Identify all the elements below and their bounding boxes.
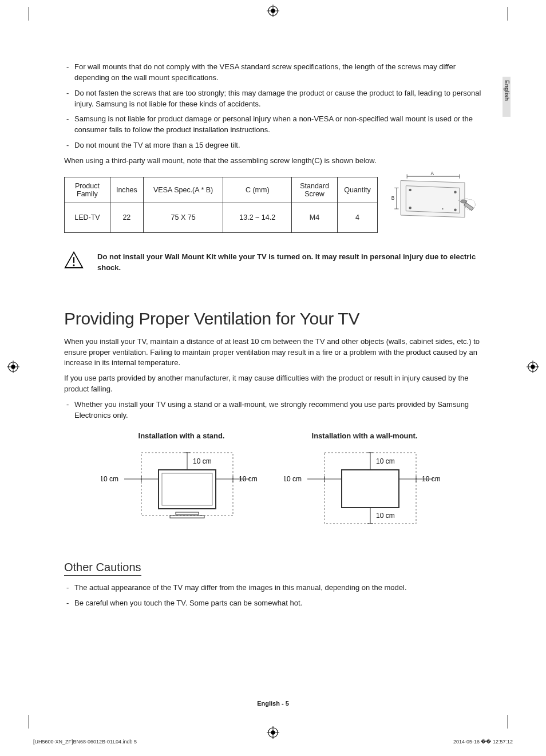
table-header: VESA Spec.(A * B) — [143, 177, 223, 203]
section-heading-other-cautions: Other Cautions — [64, 561, 141, 576]
list-item: For wall mounts that do not comply with … — [64, 62, 482, 84]
svg-point-25 — [454, 208, 457, 211]
cautions-list: The actual appearance of the TV may diff… — [64, 583, 482, 609]
intro-line: When using a third-party wall mount, not… — [64, 156, 482, 167]
svg-text:B: B — [391, 195, 395, 200]
table-header: C (mm) — [223, 177, 292, 203]
ventilation-paragraph-1: When you install your TV, maintain a dis… — [64, 337, 482, 369]
list-item: Do not fasten the screws that are too st… — [64, 88, 482, 110]
language-tab-label: English — [504, 80, 510, 101]
registration-mark-icon — [527, 361, 539, 373]
crop-mark — [23, 7, 29, 21]
table-header: Product Family — [65, 177, 110, 203]
list-item: Do not mount the TV at more than a 15 de… — [64, 140, 482, 151]
svg-point-37 — [73, 264, 74, 266]
vesa-diagram-icon: A B — [385, 171, 482, 234]
list-item: Be careful when you touch the TV. Some p… — [64, 598, 482, 609]
warning-text: Do not install your Wall Mount Kit while… — [97, 251, 482, 274]
page-footer-meta: [UH5600-XN_ZF]BN68-06012B-01L04.indb 5 2… — [33, 739, 513, 745]
warning-icon — [64, 251, 84, 269]
table-cell: 75 X 75 — [143, 203, 223, 232]
spec-table-row: Product Family Inches VESA Spec.(A * B) … — [64, 171, 482, 234]
svg-rect-39 — [159, 470, 216, 509]
wall-diagram-icon: 10 cm 10 cm 10 cm 10 cm — [284, 445, 445, 536]
registration-mark-icon — [267, 5, 279, 17]
section-heading-ventilation: Providing Proper Ventilation for Your TV — [64, 309, 482, 328]
svg-text:10 cm: 10 cm — [101, 475, 118, 483]
stand-diagram-col: Installation with a stand. 10 cm 10 cm — [101, 432, 262, 538]
table-cell: LED-TV — [65, 203, 110, 232]
svg-rect-42 — [176, 512, 199, 514]
stand-diagram-icon: 10 cm 10 cm 10 cm — [101, 445, 262, 536]
svg-text:10 cm: 10 cm — [422, 475, 441, 483]
table-header: Quantity — [338, 177, 378, 203]
list-item: The actual appearance of the TV may diff… — [64, 583, 482, 593]
svg-text:10 cm: 10 cm — [284, 475, 302, 483]
page-content: For wall mounts that do not comply with … — [64, 62, 482, 613]
table-cell: 22 — [110, 203, 143, 232]
stand-caption: Installation with a stand. — [101, 432, 262, 440]
table-cell: M4 — [292, 203, 338, 232]
warning-block: Do not install your Wall Mount Kit while… — [64, 251, 482, 274]
svg-rect-32 — [464, 203, 474, 211]
svg-text:10 cm: 10 cm — [239, 475, 258, 483]
table-header: Standard Screw — [292, 177, 338, 203]
spec-table: Product Family Inches VESA Spec.(A * B) … — [64, 177, 378, 233]
svg-rect-43 — [170, 516, 204, 518]
registration-mark-icon — [7, 361, 19, 373]
crop-mark — [507, 7, 513, 21]
svg-rect-57 — [342, 470, 399, 508]
crop-mark — [23, 715, 29, 729]
ventilation-paragraph-2: If you use parts provided by another man… — [64, 373, 482, 395]
svg-point-24 — [409, 207, 412, 209]
svg-text:10 cm: 10 cm — [376, 512, 395, 520]
page-footer-center: English - 5 — [0, 700, 546, 707]
wall-diagram-col: Installation with a wall-mount. 10 cm 10… — [284, 432, 445, 538]
svg-point-34 — [442, 208, 443, 209]
installation-diagrams: Installation with a stand. 10 cm 10 cm — [64, 432, 482, 538]
registration-mark-icon — [267, 726, 279, 739]
top-bullet-list: For wall mounts that do not comply with … — [64, 62, 482, 151]
svg-point-23 — [454, 191, 457, 193]
table-cell: 4 — [338, 203, 378, 232]
wall-caption: Installation with a wall-mount. — [284, 432, 445, 440]
table-cell: 13.2 ~ 14.2 — [223, 203, 292, 232]
list-item: Samsung is not liable for product damage… — [64, 114, 482, 136]
list-item: Whether you install your TV using a stan… — [64, 399, 482, 421]
footer-filename: [UH5600-XN_ZF]BN68-06012B-01L04.indb 5 — [33, 739, 137, 745]
svg-point-22 — [409, 188, 412, 191]
crop-mark — [507, 715, 513, 729]
language-tab: English — [503, 77, 511, 117]
svg-text:A: A — [430, 171, 434, 176]
svg-text:10 cm: 10 cm — [193, 457, 212, 465]
table-header: Inches — [110, 177, 143, 203]
ventilation-bullet-list: Whether you install your TV using a stan… — [64, 399, 482, 421]
footer-timestamp: 2014-05-16 �� 12:57:12 — [453, 739, 513, 745]
svg-text:10 cm: 10 cm — [376, 457, 395, 465]
